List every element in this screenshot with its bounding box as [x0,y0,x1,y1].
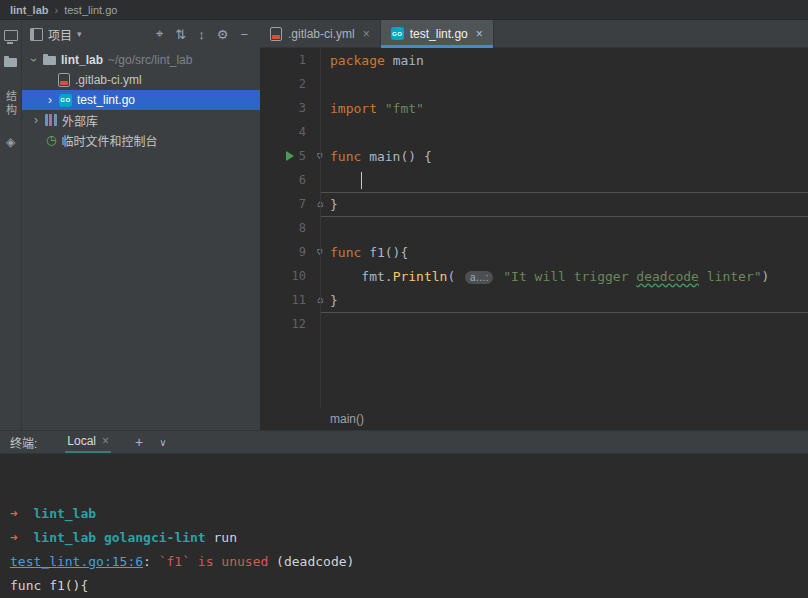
code-line: 10 fmt.Println( a…: "It will trigger dea… [260,264,808,288]
layers-icon[interactable]: ◈ [6,135,15,149]
breadcrumb-separator-icon: › [55,4,59,16]
editor-tab-bar: .gitlab-ci.yml × GO test_lint.go × [260,20,808,48]
close-icon[interactable]: × [476,27,483,41]
code-lines: 1package main23import "fmt"45⌂func main(… [260,48,808,408]
project-tree: › lint_lab ~/go/src/lint_lab .gitlab-ci.… [22,50,260,150]
code-line: 9⌂func f1(){ [260,240,808,264]
line-number: 2 [299,77,306,91]
file-link[interactable]: test_lint.go:15:6 [10,554,143,569]
project-panel-icon [30,28,43,41]
terminal-line: func f1(){ [10,574,808,598]
code-line: 2 [260,72,808,96]
chevron-expanded-icon[interactable]: › [29,56,39,64]
method-separator [320,192,808,193]
line-number: 3 [299,101,306,115]
code-line: 5⌂func main() { [260,144,808,168]
chevron-collapsed-icon[interactable]: › [46,95,54,105]
tree-item-label: .gitlab-ci.yml [75,73,142,87]
tab-test-lint[interactable]: GO test_lint.go × [381,20,494,47]
libraries-icon [45,114,57,126]
project-panel: 项目 ▾ ⌖ ⇅ ↕ ⚙ − › lint_lab ~/go/src/lint_… [22,20,260,430]
line-number: 9 [299,245,306,259]
terminal-panel-label: 终端: [10,434,37,451]
go-file-icon: GO [391,27,404,40]
code-line: 4 [260,120,808,144]
line-number: 7 [299,197,306,211]
code-line: 7⌂} [260,192,808,216]
line-number: 11 [292,293,306,307]
tree-item-label: test_lint.go [77,93,135,107]
titlebar-project-name: lint_lab [10,4,49,16]
gutter-separator [320,48,321,408]
terminal-tab-local[interactable]: Local × [65,431,111,453]
tab-label: test_lint.go [410,27,468,41]
terminal-lines: ➜ lint_lab➜ lint_lab golangci-lint runte… [10,502,808,598]
gear-icon[interactable]: ⚙ [217,27,229,42]
line-number: 10 [292,269,306,283]
code-line: 11⌂} [260,288,808,312]
terminal-line: ➜ lint_lab golangci-lint run [10,526,808,550]
code-line: 6 [260,168,808,192]
editor[interactable]: 1package main23import "fmt"45⌂func main(… [260,48,808,408]
locate-file-icon[interactable]: ⌖ [156,26,163,42]
run-icon[interactable] [286,151,294,161]
chevron-down-icon[interactable]: ▾ [77,29,82,39]
terminal-header: 终端: Local × + ∨ [0,430,808,454]
expand-all-icon[interactable]: ↕ [198,27,205,42]
line-number: 1 [299,53,306,67]
stripe-structure-button[interactable]: 结构 [3,90,19,118]
breadcrumbs-bar: main() [260,408,808,430]
tree-item-label: 临时文件和控制台 [61,132,157,149]
window-title-bar: lint_lab › test_lint.go [0,0,808,20]
project-root-name: lint_lab [61,53,103,67]
hide-panel-icon[interactable]: − [240,27,248,42]
terminal-tab-label: Local [67,434,96,448]
tool-window-monitor-icon[interactable] [4,30,18,41]
line-number: 4 [299,125,306,139]
left-tool-stripe: 结构 ◈ [0,20,22,430]
collapse-all-icon[interactable]: ⇅ [175,27,186,42]
line-number: 8 [299,221,306,235]
project-root-path: ~/go/src/lint_lab [108,53,192,67]
tree-row-external-libraries[interactable]: › 外部库 [22,110,260,130]
method-separator [320,312,808,313]
line-number: 5 [299,149,306,163]
line-number: 12 [292,317,306,331]
method-separator [320,216,808,217]
folder-icon[interactable] [4,58,17,67]
tree-row-test-lint[interactable]: › GO test_lint.go [22,90,260,110]
code-line: 8 [260,216,808,240]
text-caret [361,172,362,189]
chevron-collapsed-icon[interactable]: › [32,115,40,125]
project-panel-toolbar: 项目 ▾ ⌖ ⇅ ↕ ⚙ − [22,20,260,48]
code-line: 1package main [260,48,808,72]
terminal-line: test_lint.go:15:6: `f1` is unused (deadc… [10,550,808,574]
scratch-clock-icon: ◷ [46,134,56,146]
terminal[interactable]: ➜ lint_lab➜ lint_lab golangci-lint runte… [0,454,808,598]
tree-item-label: 外部库 [62,112,98,129]
folder-icon [43,56,56,65]
go-file-icon: GO [59,94,72,107]
titlebar-file-name: test_lint.go [64,4,117,16]
add-terminal-icon[interactable]: + [135,434,143,450]
chevron-down-icon[interactable]: ∨ [159,437,166,448]
tab-label: .gitlab-ci.yml [288,27,355,41]
code-line: 3import "fmt" [260,96,808,120]
tab-gitlab-ci[interactable]: .gitlab-ci.yml × [260,20,381,47]
tree-row-gitlab-ci[interactable]: .gitlab-ci.yml [22,70,260,90]
project-panel-title[interactable]: 项目 [48,26,72,43]
yaml-file-icon [270,27,282,41]
line-number: 6 [299,173,306,187]
close-icon[interactable]: × [102,434,109,448]
code-line: 12 [260,312,808,336]
breadcrumb-function[interactable]: main() [330,412,364,426]
yaml-file-icon [58,73,70,87]
tree-row-scratches[interactable]: ◷ 临时文件和控制台 [22,130,260,150]
terminal-line: ➜ lint_lab [10,502,808,526]
close-icon[interactable]: × [363,27,370,41]
tree-row-project-root[interactable]: › lint_lab ~/go/src/lint_lab [22,50,260,70]
